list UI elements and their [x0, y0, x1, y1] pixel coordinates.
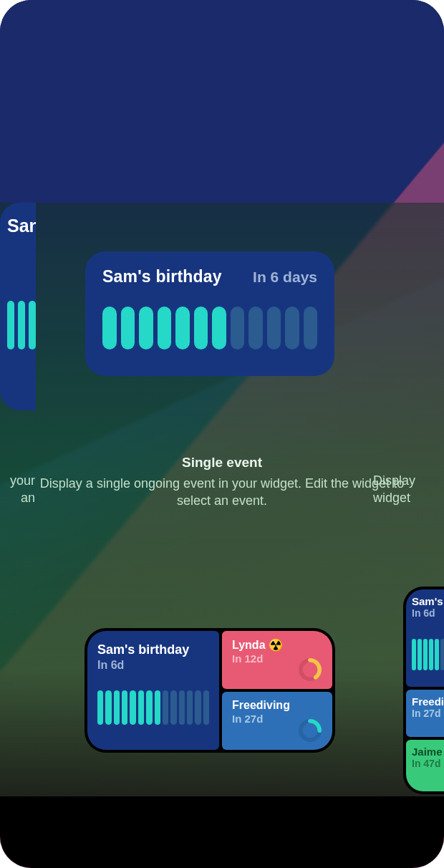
event-countdown: In 27d	[412, 708, 444, 719]
widget-preview-multi-event-large-peek[interactable]: Sam's In 6d Freediv In 27d Jaime - In 47…	[403, 587, 444, 794]
progress-bar	[7, 301, 36, 349]
event-title-fragment: Jaime -	[412, 746, 444, 758]
progress-bar	[102, 307, 317, 349]
event-tile: Freediv In 27d	[406, 690, 444, 737]
event-countdown: In 47d	[412, 758, 444, 769]
event-title: Lynda ☢️	[232, 638, 322, 652]
device-frame: Sam's birthday In 6 days San your an Sin…	[0, 0, 444, 868]
event-tile: Jaime - In 47d	[406, 740, 444, 791]
widget-preview-single-event-large-peek[interactable]: San	[0, 203, 36, 410]
event-tile-secondary: Freediving In 27d	[222, 692, 332, 750]
caption-body: Display a single ongoing event in your w…	[34, 475, 410, 510]
progress-ring-icon	[298, 657, 322, 682]
event-title-fragment: Sam's	[412, 595, 444, 607]
caption-fragment-line: widget	[373, 489, 444, 506]
caption-fragment-line: Display	[373, 472, 444, 489]
next-caption-fragment: Display widget	[373, 472, 444, 507]
widget-title: Sam's birthday	[102, 267, 222, 286]
bottom-bar-area	[0, 796, 444, 868]
event-tile: Sam's In 6d	[406, 589, 444, 687]
event-title: Freediving	[232, 699, 322, 712]
event-countdown: In 6d	[412, 607, 444, 619]
progress-bar	[412, 639, 444, 670]
widget-preview-single-event-small[interactable]: Sam's birthday In 6 days	[85, 251, 334, 376]
caption-title: Single event	[34, 455, 410, 471]
event-title: Sam's birthday	[97, 642, 209, 657]
event-tile-secondary: Lynda ☢️ In 12d	[222, 631, 332, 689]
progress-bar	[97, 690, 209, 725]
widget-title-fragment: San	[7, 216, 36, 236]
widget-countdown: In 6 days	[253, 269, 317, 286]
widget-gallery-sheet[interactable]: Sam's birthday In 6 days San your an Sin…	[0, 203, 444, 868]
event-tile-primary: Sam's birthday In 6d	[87, 631, 219, 750]
event-title-fragment: Freediv	[412, 695, 444, 708]
widget-preview-multi-event-medium[interactable]: Sam's birthday In 6d Lynda ☢️ In 12d Fre…	[85, 628, 335, 753]
progress-ring-icon	[298, 718, 322, 743]
event-countdown: In 6d	[97, 659, 209, 672]
